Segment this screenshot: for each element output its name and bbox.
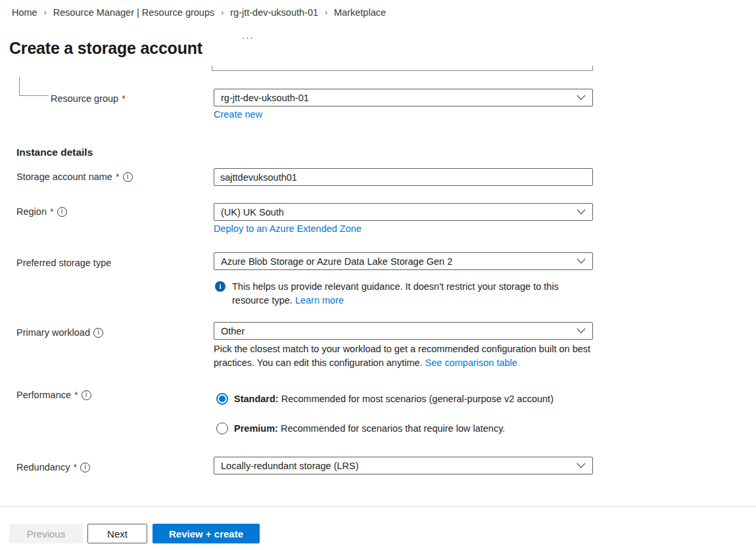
breadcrumb: Home › Resource Manager | Resource group… bbox=[12, 7, 386, 18]
chevron-down-icon bbox=[577, 463, 586, 469]
region-dropdown[interactable]: (UK) UK South bbox=[214, 203, 593, 221]
breadcrumb-resource-groups[interactable]: Resource Manager | Resource groups bbox=[53, 7, 215, 18]
create-storage-account-page: Home › Resource Manager | Resource group… bbox=[0, 0, 756, 550]
info-icon[interactable] bbox=[57, 207, 67, 217]
breadcrumb-resource-group-name[interactable]: rg-jtt-dev-uksouth-01 bbox=[230, 7, 318, 18]
previous-button[interactable]: Previous bbox=[9, 524, 83, 543]
page-title: Create a storage account bbox=[9, 39, 202, 58]
preferred-storage-type-label: Preferred storage type bbox=[16, 258, 111, 268]
radio-label: Premium: Recommended for scenarios that … bbox=[234, 423, 505, 434]
radio-name: Standard: bbox=[234, 394, 279, 404]
resource-group-dropdown[interactable]: rg-jtt-dev-uksouth-01 bbox=[214, 89, 593, 106]
storage-account-name-input[interactable] bbox=[214, 168, 593, 186]
performance-premium-radio[interactable]: Premium: Recommended for scenarios that … bbox=[216, 423, 505, 434]
chevron-down-icon bbox=[577, 328, 586, 334]
required-asterisk: * bbox=[73, 462, 77, 472]
preferred-storage-type-dropdown[interactable]: Azure Blob Storage or Azure Data Lake St… bbox=[214, 252, 593, 270]
see-comparison-table-link[interactable]: See comparison table bbox=[425, 357, 517, 368]
breadcrumb-separator: › bbox=[37, 8, 53, 17]
chevron-down-icon bbox=[577, 258, 586, 264]
radio-name: Premium: bbox=[234, 423, 278, 434]
preferred-storage-type-note: This helps us provide relevant guidance.… bbox=[215, 280, 570, 308]
breadcrumb-separator: › bbox=[318, 8, 334, 17]
storage-account-name-label: Storage account name * bbox=[16, 172, 133, 182]
instance-details-heading: Instance details bbox=[16, 147, 93, 158]
storage-account-name-label-text: Storage account name bbox=[16, 172, 112, 182]
chevron-down-icon bbox=[577, 95, 586, 101]
next-button[interactable]: Next bbox=[87, 524, 147, 543]
region-label-text: Region bbox=[16, 206, 47, 217]
primary-workload-label: Primary workload bbox=[16, 327, 103, 338]
footer-divider bbox=[0, 506, 756, 507]
required-asterisk: * bbox=[116, 172, 120, 182]
breadcrumb-home[interactable]: Home bbox=[12, 7, 37, 18]
redundancy-label: Redundancy * bbox=[16, 462, 90, 472]
required-asterisk: * bbox=[50, 206, 54, 217]
preferred-storage-type-value: Azure Blob Storage or Azure Data Lake St… bbox=[221, 256, 452, 267]
region-value: (UK) UK South bbox=[221, 207, 284, 218]
redundancy-dropdown[interactable]: Locally-redundant storage (LRS) bbox=[214, 457, 593, 474]
resource-group-label-text: Resource group bbox=[51, 93, 118, 104]
primary-workload-dropdown[interactable]: Other bbox=[214, 322, 593, 340]
resource-group-label: Resource group * bbox=[51, 93, 126, 104]
review-create-button[interactable]: Review + create bbox=[153, 524, 260, 543]
primary-workload-helper: Pick the closest match to your workload … bbox=[214, 342, 594, 370]
info-filled-icon bbox=[215, 281, 225, 292]
note-text: This helps us provide relevant guidance.… bbox=[232, 280, 564, 308]
more-menu-icon[interactable]: ··· bbox=[242, 32, 254, 43]
info-icon[interactable] bbox=[123, 172, 133, 182]
radio-desc: Recommended for most scenarios (general-… bbox=[279, 394, 554, 404]
chevron-down-icon bbox=[577, 209, 586, 215]
create-new-link[interactable]: Create new bbox=[214, 109, 262, 120]
radio-label: Standard: Recommended for most scenarios… bbox=[234, 394, 554, 404]
performance-standard-radio[interactable]: Standard: Recommended for most scenarios… bbox=[216, 393, 554, 405]
deploy-extended-zone-link[interactable]: Deploy to an Azure Extended Zone bbox=[214, 223, 362, 234]
performance-label-text: Performance bbox=[16, 390, 71, 400]
region-label: Region * bbox=[16, 206, 67, 217]
breadcrumb-marketplace[interactable]: Marketplace bbox=[334, 7, 386, 18]
redundancy-value: Locally-redundant storage (LRS) bbox=[221, 461, 359, 471]
required-asterisk: * bbox=[74, 390, 78, 400]
info-icon[interactable] bbox=[93, 328, 103, 338]
radio-button-icon bbox=[216, 423, 228, 434]
resource-group-value: rg-jtt-dev-uksouth-01 bbox=[221, 93, 309, 103]
note-body: This helps us provide relevant guidance.… bbox=[232, 281, 559, 306]
required-asterisk: * bbox=[122, 93, 126, 104]
helper-body: Pick the closest match to your workload … bbox=[214, 344, 590, 368]
breadcrumb-separator: › bbox=[214, 8, 230, 17]
radio-button-icon bbox=[216, 393, 228, 405]
preferred-storage-type-label-text: Preferred storage type bbox=[16, 258, 111, 268]
primary-workload-value: Other bbox=[221, 326, 245, 336]
performance-label: Performance * bbox=[16, 390, 91, 400]
info-icon[interactable] bbox=[82, 390, 91, 400]
info-icon[interactable] bbox=[80, 463, 90, 472]
primary-workload-label-text: Primary workload bbox=[16, 327, 90, 338]
cutoff-field-above bbox=[212, 66, 593, 71]
learn-more-link[interactable]: Learn more bbox=[295, 295, 344, 306]
radio-desc: Recommended for scenarios that require l… bbox=[278, 423, 505, 434]
resource-group-indent-connector bbox=[19, 77, 49, 96]
redundancy-label-text: Redundancy bbox=[16, 462, 70, 472]
